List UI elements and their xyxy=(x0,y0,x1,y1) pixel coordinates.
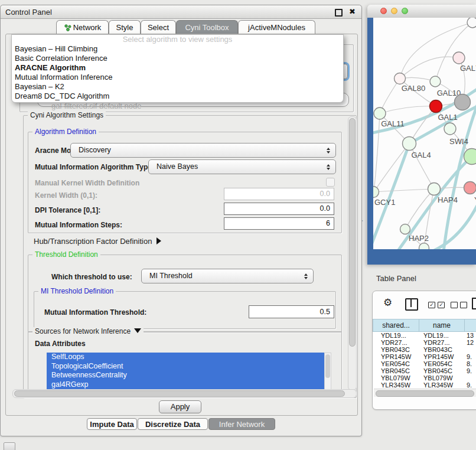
network-node[interactable] xyxy=(419,243,429,250)
dropdown-item[interactable]: Dream8 DC_TDC Algorithm xyxy=(12,92,343,101)
tab-discretize-data[interactable]: Discretize Data xyxy=(138,418,208,430)
attribute-item-selected[interactable]: BetweennessCentrality xyxy=(47,371,324,380)
apply-button[interactable]: Apply xyxy=(159,400,201,413)
dropdown-item[interactable]: Mutual Information Inference xyxy=(12,73,343,82)
tab-select-label: Select xyxy=(148,23,169,32)
network-combo-text: gal-filtered.sif default node xyxy=(51,102,141,110)
export-table-icon[interactable] xyxy=(472,298,476,309)
dpi-tolerance-label: DPI Tolerance [0,1]: xyxy=(35,206,100,214)
close-traffic-light[interactable] xyxy=(380,8,387,14)
table-row[interactable]: YDL19...YDL19...13 xyxy=(373,332,476,339)
mi-steps-field[interactable]: 6 xyxy=(224,217,334,230)
node-label: GAL11 xyxy=(381,119,405,128)
dropdown-item[interactable]: Basic Correlation Inference xyxy=(12,54,343,63)
network-node[interactable] xyxy=(374,107,386,119)
zoom-traffic-light[interactable] xyxy=(402,8,408,14)
table-horizontal-scrollbar[interactable] xyxy=(374,389,476,397)
close-icon[interactable]: ✖ xyxy=(349,7,356,16)
network-node[interactable] xyxy=(464,182,476,194)
network-node[interactable] xyxy=(428,183,441,195)
node-label: GAL80 xyxy=(402,84,425,93)
table-cell: YDL19... xyxy=(373,332,419,339)
table-cell: YPR145W xyxy=(419,353,464,360)
table-row[interactable]: YBR043CYBR043C xyxy=(373,346,476,353)
aracne-mode-value: Discovery xyxy=(79,146,111,154)
network-node[interactable] xyxy=(453,52,465,64)
network-node[interactable] xyxy=(444,123,456,135)
settings-vscroll-thumb[interactable] xyxy=(349,118,356,347)
select-all-icon[interactable]: ✓✓ xyxy=(428,302,445,308)
tab-infer-network[interactable]: Infer Network xyxy=(208,418,275,430)
attributes-scrollbar-thumb[interactable] xyxy=(325,354,330,378)
tab-network[interactable]: Network xyxy=(56,20,109,34)
node-label: GAL7 xyxy=(460,64,476,73)
table-row[interactable]: YER054CYER054C8. xyxy=(373,360,476,367)
settings-vertical-scrollbar[interactable] xyxy=(348,116,357,390)
gear-icon[interactable]: ⚙ xyxy=(383,296,392,309)
tab-impute-data[interactable]: Impute Data xyxy=(87,418,137,430)
table-row[interactable]: YLR345WYLR345W9. xyxy=(373,381,476,389)
minimize-traffic-light[interactable] xyxy=(391,8,397,14)
table-cell: YLR345W xyxy=(373,381,419,389)
tab-jactivemnodules-label: jActiveMNodules xyxy=(248,23,305,32)
settings-horizontal-scrollbar[interactable] xyxy=(12,389,357,398)
attribute-item-selected[interactable]: SelfLoops xyxy=(47,353,324,362)
which-threshold-value: MI Threshold xyxy=(149,272,193,280)
deselect-all-icon[interactable] xyxy=(451,302,467,308)
table-row[interactable]: YBL079WYBL079W xyxy=(373,374,476,381)
aracne-mode-combo[interactable]: Discovery xyxy=(70,143,336,158)
node-label: HAP2 xyxy=(409,234,429,243)
sources-title[interactable]: Sources for Network Inference xyxy=(32,327,144,335)
panel-divider-grip[interactable]: ▪ xyxy=(361,219,364,223)
dropdown-item[interactable]: Bayesian – K2 xyxy=(12,82,343,92)
attributes-scrollbar[interactable] xyxy=(324,353,331,392)
network-node[interactable] xyxy=(430,100,442,113)
threshold-definition-title: Threshold Definition xyxy=(32,250,100,259)
tab-select[interactable]: Select xyxy=(141,20,176,34)
network-view-window: GAL7GAL80GAL10GAL1GAL11GAL4SWI4GCY1HAP4Y… xyxy=(367,5,476,265)
column-header-partial[interactable] xyxy=(464,319,476,332)
dropdown-item[interactable]: Bayesian – Hill Climbing xyxy=(12,44,343,54)
which-threshold-combo[interactable]: MI Threshold xyxy=(141,269,314,283)
collapsed-panel-button[interactable] xyxy=(4,442,15,450)
tab-style-label: Style xyxy=(116,23,133,32)
column-header-name[interactable]: name xyxy=(419,319,465,332)
mi-threshold-label: Mutual Information Threshold: xyxy=(44,308,146,317)
tab-jactivemnodules[interactable]: jActiveMNodules xyxy=(238,20,315,34)
network-node[interactable] xyxy=(464,149,476,165)
network-node[interactable] xyxy=(467,18,476,28)
table-cell: YDR27... xyxy=(373,339,419,346)
split-columns-icon[interactable] xyxy=(405,298,418,311)
network-node[interactable] xyxy=(395,73,406,84)
tab-style[interactable]: Style xyxy=(109,20,141,34)
network-node[interactable] xyxy=(400,224,410,234)
mi-threshold-field[interactable]: 0.5 xyxy=(249,305,334,318)
network-edge xyxy=(435,22,472,81)
network-canvas[interactable]: GAL7GAL80GAL10GAL1GAL11GAL4SWI4GCY1HAP4Y… xyxy=(373,18,476,249)
network-node[interactable] xyxy=(403,137,416,151)
network-node[interactable] xyxy=(455,94,471,110)
network-node[interactable] xyxy=(430,76,441,87)
float-window-icon[interactable] xyxy=(335,9,343,17)
dropdown-item-selected[interactable]: ARACNE Algorithm xyxy=(12,63,343,73)
column-header-shared[interactable]: shared... xyxy=(373,319,419,332)
table-row[interactable]: YPR145WYPR145W9. xyxy=(373,353,476,360)
hub-section-toggle[interactable]: Hub/Transcription Factor Definition xyxy=(34,237,161,246)
table-cell xyxy=(464,346,467,353)
table-hscroll-thumb[interactable] xyxy=(376,390,474,397)
mi-type-combo[interactable]: Naive Bayes xyxy=(148,159,336,174)
checked-box-icon: ✓ xyxy=(438,302,445,308)
table-row[interactable]: YBR045CYBR045C9. xyxy=(373,367,476,374)
data-attributes-label: Data Attributes xyxy=(35,340,86,348)
tab-cyni-toolbox[interactable]: Cyni Toolbox xyxy=(176,20,238,34)
mi-type-label: Mutual Information Algorithm Type: xyxy=(35,163,154,171)
node-label: HAP4 xyxy=(438,195,458,204)
attribute-item-selected[interactable]: gal4RGexp xyxy=(47,380,324,390)
table-cell: YBR043C xyxy=(419,346,464,353)
settings-hscroll-thumb[interactable] xyxy=(14,390,345,397)
table-row[interactable]: YDR27...YDR27...12 xyxy=(373,339,476,346)
network-node[interactable] xyxy=(373,187,379,198)
dpi-tolerance-field[interactable]: 0.0 xyxy=(224,203,334,215)
attribute-item-selected[interactable]: TopologicalCoefficient xyxy=(47,362,324,371)
manual-kernel-checkbox xyxy=(326,178,335,187)
